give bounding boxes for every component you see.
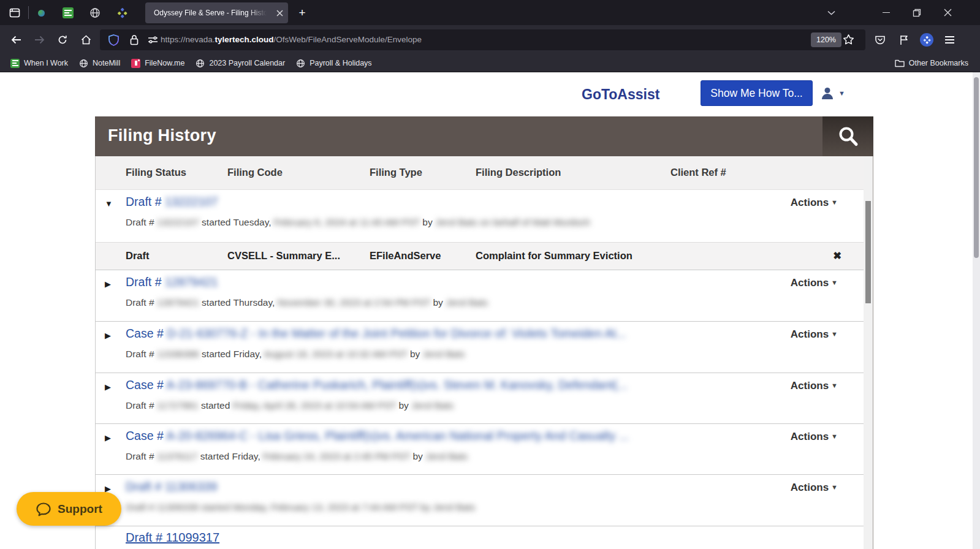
column-filing-status: Filing Status: [126, 167, 186, 178]
actions-menu[interactable]: Actions▼: [791, 277, 838, 289]
bookmark-when-i-work[interactable]: When I Work: [5, 56, 74, 70]
other-bookmarks-button[interactable]: Other Bookmarks: [889, 56, 974, 70]
panel-header: Filing History: [95, 116, 873, 156]
case-link[interactable]: Case # A-23-869770-B - Catherine Puskari…: [126, 378, 628, 392]
chevron-down-icon: ▼: [831, 483, 838, 491]
list-all-tabs-button[interactable]: [821, 4, 841, 21]
collapse-arrow-icon[interactable]: ▼: [105, 199, 113, 208]
chevron-down-icon: ▼: [831, 330, 838, 338]
firefox-view-icon: [9, 7, 21, 19]
filing-status-value: Draft: [126, 250, 150, 262]
expand-arrow-icon[interactable]: ▶: [105, 433, 111, 442]
home-button[interactable]: [76, 30, 96, 50]
expand-arrow-icon[interactable]: ▶: [105, 382, 111, 392]
draft-link[interactable]: Draft # 11099317: [126, 531, 219, 545]
new-tab-button[interactable]: +: [294, 4, 311, 21]
tracking-protection-shield-icon[interactable]: [108, 34, 119, 46]
permissions-icon[interactable]: [148, 36, 158, 44]
firefox-view-button[interactable]: [4, 3, 25, 22]
bookmark-notemill[interactable]: NoteMill: [74, 56, 126, 70]
globe-icon: [296, 59, 305, 68]
table-row: ▶ Case # D-21-630776-Z - In the Matter o…: [96, 321, 864, 373]
active-tab[interactable]: Odyssey File & Serve - Filing History: [145, 2, 288, 23]
active-tab-title: Odyssey File & Serve - Filing History: [154, 2, 269, 23]
filing-detail-row: Draft CVSELL - Summary E... EFileAndServ…: [96, 242, 864, 270]
support-button[interactable]: Support: [17, 492, 121, 526]
table-row: ▶ Draft # 12879421 Actions▼ Draft # 1287…: [96, 270, 864, 321]
url-text: https://nevada.tylertech.cloud/OfsWeb/Fi…: [161, 29, 422, 50]
search-button[interactable]: [822, 116, 873, 156]
when-i-work-icon: [10, 59, 20, 68]
gotoassist-link[interactable]: GoToAssist: [582, 86, 659, 103]
filing-type-value: EFileAndServe: [370, 250, 441, 262]
chat-bubble-icon: [36, 501, 51, 517]
expand-arrow-icon[interactable]: ▶: [105, 331, 111, 340]
tab-bar: Odyssey File & Serve - Filing History +: [0, 0, 980, 25]
home-icon: [81, 35, 91, 45]
actions-menu[interactable]: Actions▼: [791, 328, 838, 341]
url-bar[interactable]: https://nevada.tylertech.cloud/OfsWeb/Fi…: [100, 29, 865, 50]
reload-icon: [58, 35, 67, 45]
filenow-icon: [131, 59, 140, 68]
extension-button-2[interactable]: [917, 30, 936, 50]
user-menu[interactable]: ▼: [820, 83, 852, 103]
row-subtext: Draft # 13222107 started Tuesday, Februa…: [126, 217, 590, 228]
bookmark-filenow[interactable]: FileNow.me: [126, 56, 190, 70]
page-scrollbar[interactable]: [973, 72, 980, 549]
actions-menu[interactable]: Actions▼: [791, 380, 838, 392]
tab-close-button[interactable]: [274, 7, 285, 18]
pinned-favicon-dot: [38, 10, 45, 17]
row-subtext: Draft # 11376117 started Friday, Februar…: [126, 451, 468, 462]
table-scrollbar-thumb[interactable]: [865, 201, 871, 303]
restore-button[interactable]: [903, 0, 930, 25]
forward-button[interactable]: [29, 30, 49, 50]
pinned-tab-4[interactable]: [113, 4, 131, 21]
remove-filing-icon[interactable]: ✖: [833, 250, 841, 262]
zoom-level-badge[interactable]: 120%: [811, 32, 841, 47]
row-subtext: Draft # 12336396 started Friday, August …: [126, 349, 465, 360]
draft-link[interactable]: Draft # 13222107: [126, 195, 218, 209]
search-icon: [837, 126, 859, 148]
actions-menu[interactable]: Actions▼: [791, 431, 838, 443]
lock-icon[interactable]: [130, 34, 139, 45]
bookmark-star-icon[interactable]: [843, 34, 854, 45]
extension-button[interactable]: [894, 30, 914, 50]
bookmark-payroll-holidays[interactable]: Payroll & Holidays: [291, 56, 377, 70]
support-label: Support: [58, 502, 102, 516]
actions-menu[interactable]: Actions▼: [791, 197, 838, 209]
pinned-favicon-sparkle: [117, 8, 127, 18]
column-filing-code: Filing Code: [227, 167, 283, 178]
pinned-tab-2[interactable]: [59, 4, 77, 21]
folder-icon: [895, 59, 905, 67]
row-subtext: Draft # 11306339 started Monday, Februar…: [126, 502, 475, 513]
case-link[interactable]: Case # A-20-826964-C - Lisa Griess, Plai…: [126, 429, 629, 443]
table-row: ▶ Draft # 11306339 Actions▼ Draft # 1130…: [96, 474, 864, 526]
draft-link[interactable]: Draft # 11306339: [126, 480, 217, 494]
expand-arrow-icon[interactable]: ▶: [105, 279, 111, 289]
extension-sparkle-icon: [920, 33, 933, 47]
pocket-icon: [875, 34, 886, 45]
pocket-button[interactable]: [870, 30, 890, 50]
minimize-button[interactable]: [873, 0, 900, 25]
bookmarks-toolbar: When I Work NoteMill FileNow.me: [0, 55, 980, 72]
reload-button[interactable]: [53, 30, 72, 50]
chevron-down-icon: ▼: [831, 199, 838, 206]
case-link[interactable]: Case # D-21-630776-Z - In the Matter of …: [126, 327, 626, 341]
draft-link[interactable]: Draft # 12879421: [126, 275, 218, 289]
back-button[interactable]: [6, 30, 26, 50]
chevron-down-icon: [827, 10, 835, 15]
row-subtext: Draft # 12879421 started Thursday, Novem…: [126, 297, 488, 308]
show-me-how-to-button[interactable]: Show Me How To...: [701, 80, 813, 106]
page-content: GoToAssist Show Me How To... ▼ Filing Hi…: [0, 72, 980, 549]
table-scrollbar[interactable]: [864, 156, 873, 549]
chevron-down-icon: ▼: [838, 89, 845, 97]
close-window-button[interactable]: [934, 0, 961, 25]
pinned-tab-3[interactable]: [86, 4, 104, 21]
actions-menu[interactable]: Actions▼: [791, 482, 838, 494]
table-row: ▶ Case # A-20-826964-C - Lisa Griess, Pl…: [96, 423, 864, 474]
pinned-tab-1[interactable]: [32, 4, 50, 21]
column-filing-description: Filing Description: [476, 167, 561, 178]
page-scrollbar-thumb[interactable]: [974, 77, 979, 258]
menu-button[interactable]: [940, 30, 959, 50]
bookmark-2023-payroll-calendar[interactable]: 2023 Payroll Calendar: [190, 56, 291, 70]
